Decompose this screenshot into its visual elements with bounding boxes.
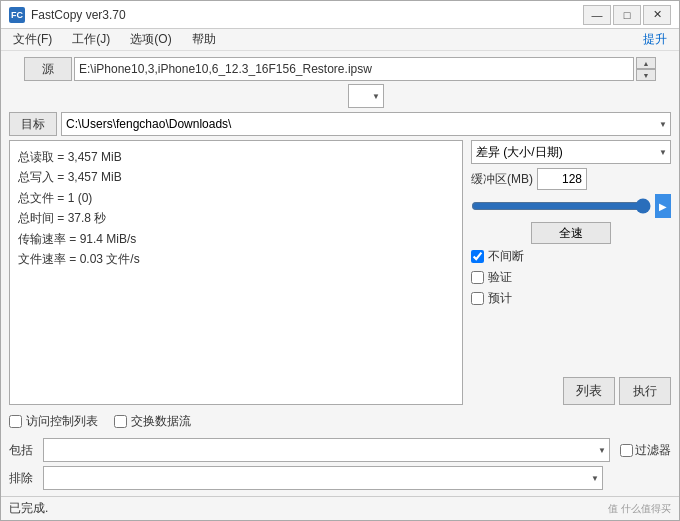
content-area: 总读取 = 3,457 MiB 总写入 = 3,457 MiB 总文件 = 1 … xyxy=(9,140,671,405)
verify-label: 验证 xyxy=(488,269,512,286)
status-text: 已完成. xyxy=(9,500,48,517)
exclude-select[interactable] xyxy=(43,466,603,490)
app-icon: FC xyxy=(9,7,25,23)
list-button[interactable]: 列表 xyxy=(563,377,615,405)
close-button[interactable]: ✕ xyxy=(643,5,671,25)
continuous-label: 不间断 xyxy=(488,248,524,265)
buffer-row: 缓冲区(MB) xyxy=(471,168,671,190)
access-control-label: 访问控制列表 xyxy=(26,413,98,430)
filter-label: 过滤器 xyxy=(635,442,671,459)
right-panel: 差异 (大小/日期) 缓冲区(MB) ▶ 全速 xyxy=(471,140,671,405)
main-content: 源 ▲ ▼ 目标 C:\Users\fengchao\Down xyxy=(1,51,679,496)
fullspeed-row: 全速 xyxy=(471,222,671,244)
main-window: FC FastCopy ver3.70 — □ ✕ 文件(F) 工作(J) 选项… xyxy=(0,0,680,521)
source-dropdown-row xyxy=(348,84,384,108)
filter-checkbox-item: 过滤器 xyxy=(620,442,671,459)
exchange-stream-checkbox[interactable] xyxy=(114,415,127,428)
exchange-stream-label: 交换数据流 xyxy=(131,413,191,430)
verify-checkbox[interactable] xyxy=(471,271,484,284)
source-button[interactable]: 源 xyxy=(24,57,72,81)
bottom-controls: 访问控制列表 交换数据流 xyxy=(9,409,671,434)
exclude-input-wrap[interactable] xyxy=(43,466,603,490)
continuous-row: 不间断 xyxy=(471,248,671,265)
exclude-row: 排除 xyxy=(9,466,671,490)
exchange-stream-item: 交换数据流 xyxy=(114,413,191,430)
source-scroll-up[interactable]: ▲ xyxy=(636,57,656,69)
title-bar: FC FastCopy ver3.70 — □ ✕ xyxy=(1,1,679,29)
include-exclude-area: 包括 过滤器 排除 xyxy=(9,438,671,490)
estimate-label: 预计 xyxy=(488,290,512,307)
target-section: 目标 C:\Users\fengchao\Downloads\ xyxy=(9,112,671,136)
source-dropdown-select[interactable] xyxy=(348,84,384,108)
stats-panel: 总读取 = 3,457 MiB 总写入 = 3,457 MiB 总文件 = 1 … xyxy=(9,140,463,405)
fullspeed-button[interactable]: 全速 xyxy=(531,222,611,244)
stat-total-files: 总文件 = 1 (0) xyxy=(18,188,454,208)
include-row: 包括 过滤器 xyxy=(9,438,671,462)
stat-total-write: 总写入 = 3,457 MiB xyxy=(18,167,454,187)
stat-transfer-rate: 传输速率 = 91.4 MiB/s xyxy=(18,229,454,249)
action-buttons: 列表 执行 xyxy=(471,377,671,405)
stat-total-time: 总时间 = 37.8 秒 xyxy=(18,208,454,228)
include-input-wrap[interactable] xyxy=(43,438,610,462)
buffer-label: 缓冲区(MB) xyxy=(471,171,533,188)
target-button[interactable]: 目标 xyxy=(9,112,57,136)
access-control-item: 访问控制列表 xyxy=(9,413,98,430)
diff-select-wrap[interactable]: 差异 (大小/日期) xyxy=(471,140,671,164)
source-scroll-down[interactable]: ▼ xyxy=(636,69,656,81)
menu-help[interactable]: 帮助 xyxy=(184,30,224,49)
menu-file[interactable]: 文件(F) xyxy=(5,30,60,49)
include-select[interactable] xyxy=(43,438,610,462)
estimate-checkbox[interactable] xyxy=(471,292,484,305)
window-controls: — □ ✕ xyxy=(583,5,671,25)
filter-checkbox[interactable] xyxy=(620,444,633,457)
upgrade-button[interactable]: 提升 xyxy=(635,30,675,49)
execute-button[interactable]: 执行 xyxy=(619,377,671,405)
exclude-label: 排除 xyxy=(9,470,37,487)
diff-select[interactable]: 差异 (大小/日期) xyxy=(471,140,671,164)
minimize-button[interactable]: — xyxy=(583,5,611,25)
source-dropdown-wrap[interactable] xyxy=(348,84,384,108)
menu-work[interactable]: 工作(J) xyxy=(64,30,118,49)
slider-row: ▶ xyxy=(471,194,671,218)
restore-button[interactable]: □ xyxy=(613,5,641,25)
menu-items: 文件(F) 工作(J) 选项(O) 帮助 xyxy=(5,30,224,49)
source-row-inner: 源 ▲ ▼ xyxy=(24,57,656,81)
source-path-input[interactable] xyxy=(74,57,634,81)
target-path-select[interactable]: C:\Users\fengchao\Downloads\ xyxy=(61,112,671,136)
diff-row: 差异 (大小/日期) xyxy=(471,140,671,164)
continuous-checkbox[interactable] xyxy=(471,250,484,263)
stat-total-read: 总读取 = 3,457 MiB xyxy=(18,147,454,167)
menu-options[interactable]: 选项(O) xyxy=(122,30,179,49)
slider-arrow-icon: ▶ xyxy=(655,194,671,218)
source-section: 源 ▲ ▼ xyxy=(9,57,671,108)
menu-bar: 文件(F) 工作(J) 选项(O) 帮助 提升 xyxy=(1,29,679,51)
speed-slider[interactable] xyxy=(471,198,651,214)
stat-file-rate: 文件速率 = 0.03 文件/s xyxy=(18,249,454,269)
include-label: 包括 xyxy=(9,442,37,459)
verify-row: 验证 xyxy=(471,269,671,286)
watermark-text: 值 什么值得买 xyxy=(608,502,671,516)
access-control-checkbox[interactable] xyxy=(9,415,22,428)
window-title: FastCopy ver3.70 xyxy=(31,8,583,22)
estimate-row: 预计 xyxy=(471,290,671,307)
status-bar: 已完成. 值 什么值得买 xyxy=(1,496,679,520)
source-scroll-buttons: ▲ ▼ xyxy=(636,57,656,81)
target-path-wrap[interactable]: C:\Users\fengchao\Downloads\ xyxy=(61,112,671,136)
buffer-input[interactable] xyxy=(537,168,587,190)
